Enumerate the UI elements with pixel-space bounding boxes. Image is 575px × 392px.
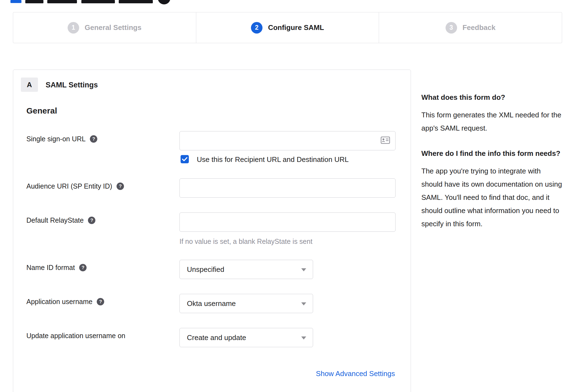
audience-uri-input[interactable] bbox=[179, 178, 396, 198]
help-heading: What does this form do? bbox=[421, 91, 563, 104]
clipped-title-fragment bbox=[81, 0, 115, 3]
relay-state-label: Default RelayState ? bbox=[26, 216, 95, 224]
general-section-title: General bbox=[26, 106, 57, 115]
help-panel: What does this form do? This form genera… bbox=[421, 91, 563, 242]
name-id-format-select[interactable]: Unspecified bbox=[179, 260, 313, 279]
audience-uri-label: Audience URI (SP Entity ID) ? bbox=[26, 182, 124, 190]
recipient-url-checkbox-label[interactable]: Use this for Recipient URL and Destinati… bbox=[197, 155, 349, 164]
step-number-badge: 1 bbox=[68, 22, 79, 34]
update-app-username-select[interactable]: Create and update bbox=[179, 328, 313, 347]
sso-url-label-text: Single sign-on URL bbox=[26, 135, 85, 143]
clipped-page-header bbox=[0, 0, 575, 4]
relay-state-hint: If no value is set, a blank RelayState i… bbox=[179, 238, 313, 245]
chevron-down-icon bbox=[301, 302, 306, 305]
show-advanced-settings-link[interactable]: Show Advanced Settings bbox=[316, 369, 395, 378]
clipped-title-fragment bbox=[47, 0, 77, 3]
step-configure-saml[interactable]: 2 Configure SAML bbox=[196, 12, 379, 43]
app-username-select[interactable]: Okta username bbox=[179, 294, 313, 313]
clipped-title-fragment bbox=[25, 0, 43, 3]
help-icon[interactable]: ? bbox=[90, 135, 97, 143]
checkmark-icon bbox=[182, 157, 187, 161]
help-icon[interactable]: ? bbox=[79, 264, 87, 271]
step-number-badge: 2 bbox=[251, 22, 262, 34]
help-heading: Where do I find the info this form needs… bbox=[421, 147, 563, 160]
step-number-badge: 3 bbox=[446, 22, 457, 34]
sso-url-input[interactable] bbox=[179, 131, 396, 150]
help-body: The app you're trying to integrate with … bbox=[421, 164, 563, 230]
update-app-username-label-text: Update application username on bbox=[26, 332, 125, 340]
recipient-url-checkbox[interactable] bbox=[181, 155, 189, 163]
help-icon[interactable]: ? bbox=[117, 183, 124, 190]
app-username-value: Okta username bbox=[187, 299, 236, 308]
clipped-app-logo bbox=[158, 0, 170, 4]
name-id-format-label: Name ID format ? bbox=[26, 264, 87, 272]
help-icon[interactable]: ? bbox=[88, 217, 95, 224]
name-id-format-label-text: Name ID format bbox=[26, 264, 75, 272]
clipped-title-fragment bbox=[119, 0, 153, 3]
relay-state-input[interactable] bbox=[179, 212, 396, 232]
help-icon[interactable]: ? bbox=[97, 298, 104, 305]
section-a-badge: A bbox=[21, 78, 38, 92]
sso-url-label: Single sign-on URL ? bbox=[26, 135, 97, 143]
step-feedback[interactable]: 3 Feedback bbox=[379, 12, 562, 43]
audience-uri-label-text: Audience URI (SP Entity ID) bbox=[26, 182, 112, 190]
update-app-username-label: Update application username on bbox=[26, 332, 125, 340]
saml-settings-panel: A SAML Settings General Single sign-on U… bbox=[13, 70, 411, 392]
update-app-username-value: Create and update bbox=[187, 333, 246, 342]
step-general-settings[interactable]: 1 General Settings bbox=[13, 12, 196, 43]
panel-title: SAML Settings bbox=[46, 81, 98, 89]
help-body: This form generates the XML needed for t… bbox=[421, 108, 563, 135]
clipped-logo-fragment bbox=[10, 0, 21, 3]
step-label: General Settings bbox=[85, 23, 142, 32]
chevron-down-icon bbox=[301, 268, 306, 271]
name-id-format-value: Unspecified bbox=[187, 265, 224, 274]
relay-state-label-text: Default RelayState bbox=[26, 216, 84, 224]
wizard-stepper: 1 General Settings 2 Configure SAML 3 Fe… bbox=[13, 12, 562, 43]
step-label: Configure SAML bbox=[268, 23, 324, 32]
contact-card-icon[interactable] bbox=[381, 137, 390, 145]
sso-url-input-wrap bbox=[179, 131, 396, 150]
chevron-down-icon bbox=[301, 336, 306, 339]
app-username-label-text: Application username bbox=[26, 298, 92, 306]
step-label: Feedback bbox=[463, 23, 496, 32]
app-username-label: Application username ? bbox=[26, 298, 104, 306]
